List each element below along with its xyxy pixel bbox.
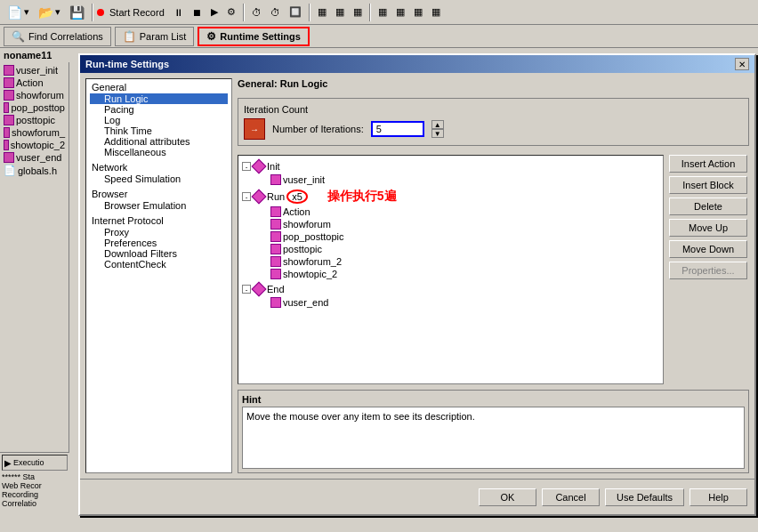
- left-item-showforum[interactable]: showforum: [0, 89, 69, 101]
- properties-btn[interactable]: Properties...: [669, 262, 747, 279]
- spin-up-btn[interactable]: ▲: [431, 120, 444, 129]
- pause-btn[interactable]: ⏸: [170, 3, 187, 22]
- end-expand[interactable]: -: [242, 285, 251, 294]
- dialog-footer: OK Cancel Use Defaults Help: [80, 479, 754, 514]
- spin-down-btn[interactable]: ▼: [431, 129, 444, 138]
- tree-miscellaneous[interactable]: Miscellaneous: [90, 147, 228, 157]
- tree-log[interactable]: Log: [90, 115, 228, 125]
- run-expand[interactable]: -: [242, 192, 251, 201]
- btn13[interactable]: ▦: [392, 3, 408, 22]
- run-icon: [252, 189, 267, 205]
- tree-general[interactable]: General: [90, 81, 228, 93]
- tree-browser-emulation[interactable]: Browser Emulation: [90, 200, 228, 211]
- vuser-init-label: vuser_init: [283, 174, 325, 185]
- iter-icon: →: [244, 118, 265, 140]
- left-item-showforum2[interactable]: showforum_: [0, 126, 69, 139]
- vuser-init-node: vuser_init: [242, 173, 659, 186]
- delete-btn[interactable]: Delete: [669, 197, 747, 215]
- new-btn[interactable]: 📄▾: [4, 3, 33, 22]
- start-record-btn[interactable]: Start Record: [106, 3, 168, 22]
- tree-content-check[interactable]: ContentCheck: [90, 259, 228, 270]
- logic-section: - Init vuser_init - Run: [238, 155, 749, 384]
- tree-network[interactable]: Network: [90, 161, 228, 173]
- btn10[interactable]: ▦: [332, 3, 348, 22]
- navbar: 🔍 Find Correlations 📋 Param List ⚙ Runti…: [0, 25, 758, 48]
- open-btn[interactable]: 📂▾: [35, 3, 64, 22]
- dialog-body: General Run Logic Pacing Log Think Time …: [80, 73, 754, 479]
- execution-label: Executio: [13, 458, 44, 467]
- btn15[interactable]: ▦: [428, 3, 444, 22]
- insert-action-btn[interactable]: Insert Action: [669, 155, 747, 173]
- tree-internet-protocol[interactable]: Internet Protocol: [90, 214, 228, 227]
- run-label: Run: [267, 191, 285, 202]
- insert-block-btn[interactable]: Insert Block: [669, 176, 747, 194]
- btn14[interactable]: ▦: [410, 3, 426, 22]
- help-btn[interactable]: Help: [689, 488, 747, 506]
- hint-title: Hint: [242, 394, 745, 405]
- start-record-label: Start Record: [109, 7, 165, 18]
- btn7[interactable]: ⏱: [267, 3, 284, 22]
- tree-pacing[interactable]: Pacing: [90, 104, 228, 115]
- left-item-showtopic2[interactable]: showtopic_2: [0, 139, 69, 151]
- sep2: [243, 4, 245, 21]
- tree-browser[interactable]: Browser: [90, 188, 228, 200]
- btn11[interactable]: ▦: [350, 3, 366, 22]
- stop-btn[interactable]: ⏹: [189, 3, 206, 22]
- settings-btn[interactable]: ⚙: [223, 3, 239, 22]
- left-item-posttopic[interactable]: posttopic: [0, 114, 69, 126]
- param-list-label: Param List: [140, 31, 187, 42]
- dialog-titlebar: Run-time Settings ✕: [80, 55, 754, 73]
- btn6[interactable]: ⏱: [248, 3, 265, 22]
- tree-proxy[interactable]: Proxy: [90, 227, 228, 238]
- ok-btn[interactable]: OK: [479, 488, 536, 506]
- content-area: General: Run Logic Iteration Count → Num…: [238, 78, 749, 473]
- find-correlations-tab[interactable]: 🔍 Find Correlations: [4, 27, 111, 46]
- btn12[interactable]: ▦: [375, 3, 391, 22]
- left-item-vuser-init[interactable]: vuser_init: [0, 64, 69, 77]
- left-item-vuser-end[interactable]: vuser_end: [0, 151, 69, 164]
- move-up-btn[interactable]: Move Up: [669, 219, 747, 237]
- vuser-end-icon: [270, 297, 281, 308]
- tree-think-time[interactable]: Think Time: [90, 125, 228, 136]
- tree-speed-simulation[interactable]: Speed Simulation: [90, 173, 228, 184]
- tree-run-logic[interactable]: Run Logic: [90, 93, 228, 104]
- hint-box: Move the mouse over any item to see its …: [242, 407, 745, 469]
- find-correlations-label: Find Correlations: [28, 31, 103, 42]
- vuser-end-node: vuser_end: [242, 296, 659, 309]
- main-area: noname11 vuser_init Action showforum pop…: [0, 48, 758, 532]
- run-count-circle: x5: [286, 189, 308, 204]
- action-icon: [270, 206, 281, 217]
- init-expand[interactable]: -: [242, 162, 251, 171]
- param-list-tab[interactable]: 📋 Param List: [115, 27, 195, 46]
- runtime-settings-tab[interactable]: ⚙ Runtime Settings: [198, 27, 309, 46]
- tree-additional-attributes[interactable]: Additional attributes: [90, 136, 228, 147]
- pink-icon: [4, 140, 9, 150]
- tree-download-filters[interactable]: Download Filters: [90, 248, 228, 259]
- left-item-pop-posttop[interactable]: pop_posttop: [0, 101, 69, 114]
- logic-tree: - Init vuser_init - Run: [238, 155, 664, 384]
- use-defaults-btn[interactable]: Use Defaults: [605, 488, 684, 506]
- left-panel: noname11 vuser_init Action showforum pop…: [0, 48, 69, 532]
- pink-icon: [4, 102, 9, 113]
- toolbar: 📄▾ 📂▾ 💾 Start Record ⏸ ⏹ ▶ ⚙ ⏱ ⏱ 🔲 ▦ ▦ ▦…: [0, 0, 758, 25]
- spin-buttons: ▲ ▼: [431, 120, 444, 138]
- left-item-action[interactable]: Action: [0, 77, 69, 89]
- iterations-input[interactable]: [371, 121, 424, 137]
- dialog-close-btn[interactable]: ✕: [735, 58, 749, 70]
- hint-section: Hint Move the mouse over any item to see…: [238, 390, 749, 473]
- pink-icon: [4, 152, 14, 163]
- left-item-globals[interactable]: 📄 globals.h: [0, 164, 69, 177]
- btn8[interactable]: 🔲: [286, 3, 305, 22]
- log-line-2: Web Recor: [2, 481, 68, 490]
- right-buttons: Insert Action Insert Block Delete Move U…: [669, 155, 749, 384]
- btn9[interactable]: ▦: [314, 3, 330, 22]
- tree-preferences[interactable]: Preferences: [90, 238, 228, 248]
- log-line-4: Correlatio: [2, 499, 68, 508]
- move-down-btn[interactable]: Move Down: [669, 240, 747, 258]
- save-btn[interactable]: 💾: [66, 3, 88, 22]
- play-btn[interactable]: ▶: [207, 3, 222, 22]
- runtime-settings-label: Runtime Settings: [220, 31, 300, 42]
- tree-section-general: General Run Logic Pacing Log Think Time …: [86, 79, 231, 159]
- cancel-btn[interactable]: Cancel: [542, 488, 600, 506]
- pink-icon: [4, 77, 14, 88]
